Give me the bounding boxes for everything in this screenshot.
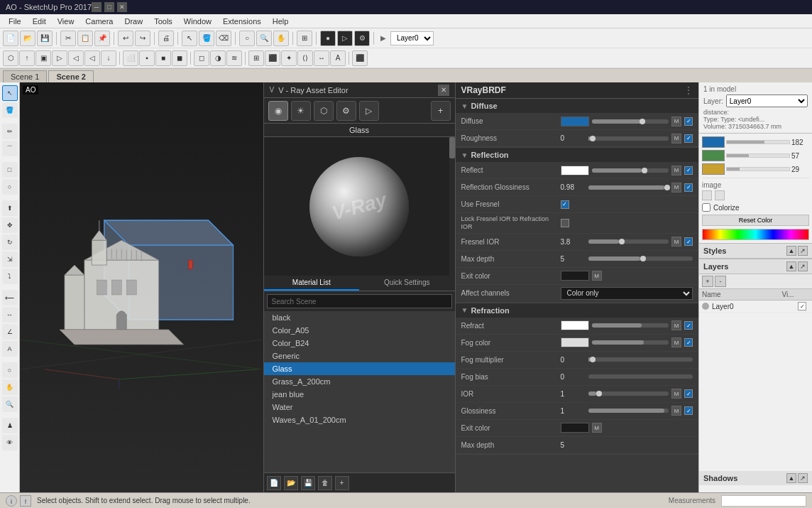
vray-close[interactable]: ✕	[438, 85, 449, 96]
tool-paint-left[interactable]: 🪣	[2, 102, 18, 118]
vray-sphere[interactable]: ●	[320, 31, 336, 46]
tool-pan-left[interactable]: ✋	[2, 379, 18, 395]
swatch-green[interactable]	[702, 150, 725, 161]
ior-enable[interactable]	[684, 389, 693, 398]
shadows-float[interactable]: ↗	[798, 473, 808, 483]
reset-color-button[interactable]: Reset Color	[702, 215, 809, 226]
fresnel-ior-enable[interactable]	[684, 237, 693, 246]
fog-color-slider[interactable]	[592, 340, 669, 345]
tool-shaded[interactable]: ■	[155, 50, 171, 66]
mat-item-jean-blue[interactable]: jean blue	[264, 388, 455, 401]
styles-expand[interactable]: ▲	[786, 246, 796, 256]
affect-channels-dropdown[interactable]: Color only	[561, 287, 693, 300]
tool-redo[interactable]: ↪	[135, 31, 150, 46]
mat-tool-new[interactable]: 📄	[267, 476, 281, 490]
tool-paste[interactable]: 📌	[94, 31, 110, 46]
tool-walk[interactable]: ♟	[2, 418, 18, 433]
color-slider-2[interactable]	[726, 153, 790, 158]
mat-tool-delete[interactable]: 🗑	[318, 476, 332, 490]
roughness-slider[interactable]	[588, 136, 669, 141]
texture-icon-2[interactable]	[715, 190, 725, 200]
vray-render[interactable]: ▷	[337, 31, 353, 46]
tool-section[interactable]: ⊞	[297, 31, 312, 46]
gloss-refr-slider[interactable]	[588, 409, 669, 413]
diffuse-map-btn[interactable]: M	[671, 117, 681, 126]
mat-item-black[interactable]: black	[264, 311, 455, 324]
colorize-check[interactable]	[702, 203, 710, 212]
reflect-enable[interactable]	[684, 166, 693, 175]
mat-tool-save[interactable]: 💾	[301, 476, 315, 490]
mat-tool-add-scene[interactable]: +	[335, 476, 349, 490]
tool-erase[interactable]: ⌫	[216, 31, 231, 46]
mat-item-generic[interactable]: Generic	[264, 350, 455, 362]
tool-component[interactable]: ⊞	[248, 50, 264, 66]
refract-color-box[interactable]	[561, 320, 589, 330]
menu-tools[interactable]: Tools	[148, 16, 178, 27]
layer-add-btn[interactable]: +	[702, 276, 713, 287]
refl-gloss-map[interactable]: M	[671, 183, 681, 193]
exit-color-refr-map[interactable]: M	[592, 423, 602, 433]
layer-remove-btn[interactable]: -	[715, 276, 726, 287]
roughness-map-btn[interactable]: M	[671, 134, 681, 144]
tool-open[interactable]: 📂	[20, 31, 35, 46]
tool-wireframe[interactable]: ⬜	[123, 50, 138, 66]
tool-text[interactable]: A	[330, 50, 346, 66]
measurements-input[interactable]	[721, 495, 806, 507]
lock-fresnel-checkbox[interactable]	[561, 219, 569, 227]
tool-copy[interactable]: 📋	[77, 31, 93, 46]
tool-zoom[interactable]: 🔍	[256, 31, 272, 46]
fog-mult-slider[interactable]	[588, 357, 693, 362]
diffuse-color-box[interactable]	[561, 117, 589, 126]
tool-protractor[interactable]: ∠	[2, 324, 18, 340]
menu-file[interactable]: File	[3, 16, 27, 27]
tool-top[interactable]: ↑	[19, 50, 35, 66]
tool-bottom[interactable]: ↓	[101, 50, 116, 66]
mat-item-water[interactable]: Water	[264, 401, 455, 414]
fog-bias-slider[interactable]	[588, 374, 693, 379]
mat-item-color-a05[interactable]: Color_A05	[264, 324, 455, 337]
tool-dimensions[interactable]: ↔	[314, 50, 329, 66]
menu-help[interactable]: Help	[267, 16, 295, 27]
fog-color-box[interactable]	[561, 337, 589, 347]
viewport-3d[interactable]: AO	[20, 82, 263, 492]
tool-circle[interactable]: ○	[2, 179, 18, 195]
tool-select[interactable]: ↖	[182, 31, 197, 46]
tool-print[interactable]: 🖨	[158, 31, 174, 46]
vray-tab-geometry[interactable]: ⬡	[314, 101, 334, 121]
tool-pencil[interactable]: ✏	[2, 124, 18, 139]
tool-shadow[interactable]: ◑	[210, 50, 226, 66]
ior-map[interactable]: M	[671, 389, 681, 399]
mat-item-grass[interactable]: Grass_A_200cm	[264, 375, 455, 388]
tool-tape[interactable]: ⟵	[2, 290, 18, 306]
section-diffuse-header[interactable]: ▼ Diffuse	[456, 99, 699, 113]
tool-orbit[interactable]: ○	[239, 31, 255, 46]
exit-color-refr-box[interactable]	[561, 423, 589, 433]
color-slider-1[interactable]	[726, 140, 790, 144]
menu-view[interactable]: View	[52, 16, 80, 27]
mat-item-glass[interactable]: Glass	[264, 362, 455, 375]
scene-tab-2[interactable]: Scene 2	[48, 70, 94, 82]
refl-gloss-enable[interactable]	[684, 183, 693, 192]
vray-tab-lights[interactable]: ☀	[291, 101, 311, 121]
minimize-button[interactable]: ─	[92, 2, 102, 12]
tool-group[interactable]: ⬛	[265, 50, 280, 66]
section-refraction-header[interactable]: ▼ Refraction	[456, 303, 699, 318]
tool-hidden-geo[interactable]: ⬛	[352, 50, 368, 66]
layer-select[interactable]: Layer0	[726, 94, 808, 107]
tool-left[interactable]: ◁	[84, 50, 100, 66]
layers-expand[interactable]: ▲	[786, 261, 796, 271]
diffuse-slider[interactable]	[592, 119, 669, 124]
mat-item-color-b24[interactable]: Color_B24	[264, 337, 455, 350]
refract-slider[interactable]	[592, 323, 669, 328]
styles-header[interactable]: Styles ▲ ↗	[699, 244, 812, 259]
layers-float[interactable]: ↗	[798, 261, 808, 271]
tool-push-pull[interactable]: ⬆	[2, 200, 18, 216]
menu-window[interactable]: Window	[178, 16, 217, 27]
tool-arc[interactable]: ⌒	[2, 141, 18, 156]
reflect-slider[interactable]	[592, 168, 669, 173]
tool-front[interactable]: ▣	[35, 50, 51, 66]
tool-new[interactable]: 📄	[3, 31, 18, 46]
tool-text-left[interactable]: A	[2, 341, 18, 357]
fresnel-ior-slider[interactable]	[588, 239, 669, 244]
tool-select-left[interactable]: ↖	[2, 85, 18, 101]
